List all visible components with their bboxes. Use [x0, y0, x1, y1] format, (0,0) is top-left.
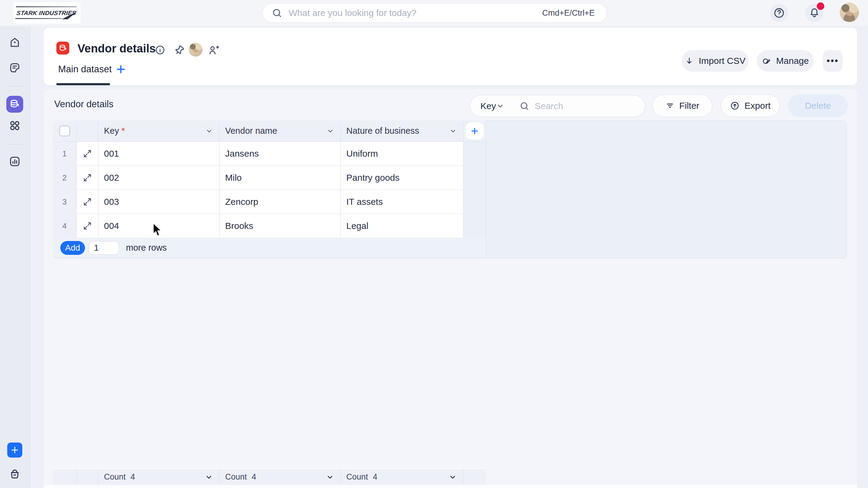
dataset-section: Vendor details Key Filter Export Delete: [44, 89, 857, 488]
cell-nature-of-business[interactable]: Pantry goods: [341, 166, 464, 190]
more-options-button[interactable]: •••: [823, 50, 843, 72]
cell-key[interactable]: 003: [98, 190, 220, 214]
export-button[interactable]: Export: [721, 94, 780, 117]
empty-cell: [464, 142, 486, 165]
sidebar-item-apps[interactable]: [8, 119, 21, 132]
delete-button[interactable]: Delete: [788, 94, 848, 117]
add-rows-suffix: more rows: [126, 243, 167, 253]
cell-vendor-name[interactable]: Jansens: [220, 142, 341, 165]
tab-main-dataset[interactable]: Main dataset: [58, 64, 112, 75]
logo-rule: [16, 6, 77, 7]
table-row: 4 004 Brooks Legal: [53, 214, 486, 238]
expand-row-button[interactable]: [77, 142, 98, 165]
count-label: Count: [104, 472, 126, 482]
select-all-cell: [53, 121, 77, 141]
add-rows-bar: Add more rows: [53, 238, 486, 257]
cell-vendor-name[interactable]: Brooks: [220, 214, 341, 238]
column-label: Nature of business: [346, 126, 419, 136]
table-container: Key* Vendor name Nature of business: [53, 121, 847, 258]
manage-button[interactable]: Manage: [757, 50, 814, 72]
chevron-down-icon: [449, 127, 457, 135]
add-rows-button[interactable]: Add: [60, 241, 85, 255]
table-summary-footer: Count4 Count4 Count4: [53, 468, 486, 485]
column-header-nature-of-business[interactable]: Nature of business: [341, 121, 464, 141]
count-pair: Count4: [104, 472, 135, 482]
sidebar-item-forms[interactable]: [9, 62, 21, 73]
column-header-vendor-name[interactable]: Vendor name: [220, 121, 341, 141]
chevron-down-icon: [496, 102, 504, 110]
footer-summary-key[interactable]: Count4: [98, 469, 220, 485]
apps-grid-icon: [8, 119, 21, 132]
footer-summary-vendor-name[interactable]: Count4: [220, 469, 341, 485]
count-pair: Count4: [346, 472, 377, 482]
filter-button[interactable]: Filter: [652, 94, 712, 117]
cell-nature-of-business[interactable]: Uniform: [341, 142, 464, 165]
dataset-app-icon: [56, 41, 69, 55]
add-column-cell: [464, 121, 486, 141]
sidebar-item-datasets-active[interactable]: [6, 96, 23, 113]
select-all-checkbox[interactable]: [59, 125, 70, 136]
notification-dot: [817, 2, 824, 10]
table-row: 1 001 Jansens Uniform: [53, 142, 486, 166]
sidebar-item-home[interactable]: [9, 37, 21, 48]
sidebar-divider: [7, 86, 23, 87]
sidebar-item-marketplace[interactable]: [8, 468, 21, 481]
count-value: 4: [373, 472, 377, 482]
cell-key[interactable]: 002: [98, 166, 220, 190]
bar-chart-icon: [9, 156, 21, 167]
add-rows-count-input[interactable]: [89, 241, 119, 255]
user-avatar[interactable]: [840, 3, 859, 22]
table-title: Vendor details: [54, 99, 113, 110]
column-header-key[interactable]: Key*: [98, 121, 220, 141]
count-pair: Count4: [225, 472, 256, 482]
pin-button[interactable]: [174, 44, 185, 56]
cell-vendor-name[interactable]: Milo: [220, 166, 341, 190]
required-marker: *: [121, 126, 125, 135]
table-search-field: [513, 101, 659, 111]
cell-vendor-name[interactable]: Zencorp: [220, 190, 341, 214]
expand-row-button[interactable]: [77, 190, 98, 214]
expand-row-button[interactable]: [77, 214, 98, 238]
sidebar: [0, 26, 30, 488]
global-search-input[interactable]: [289, 8, 542, 18]
database-export-icon: [9, 98, 21, 110]
shopping-bag-icon: [8, 468, 21, 481]
export-circle-arrow-icon: [730, 101, 740, 110]
active-nav-tile: [6, 96, 23, 113]
cell-nature-of-business[interactable]: IT assets: [341, 190, 464, 214]
notifications-button[interactable]: [805, 4, 824, 22]
expand-row-button[interactable]: [77, 166, 98, 190]
table-search-control: Key: [470, 95, 645, 117]
sidebar-item-analytics[interactable]: [9, 156, 21, 167]
add-tab-button[interactable]: [116, 64, 126, 75]
table-search-input[interactable]: [535, 101, 651, 111]
cell-nature-of-business[interactable]: Legal: [341, 214, 464, 238]
mouse-cursor: [152, 223, 162, 237]
expand-column-header: [77, 121, 98, 141]
logo-rule: [16, 18, 62, 19]
sidebar-add-app-button[interactable]: [7, 443, 22, 458]
plus-icon: [10, 446, 19, 455]
active-tab-indicator: [56, 83, 110, 85]
add-collaborator-button[interactable]: [208, 44, 219, 56]
add-column-button[interactable]: [466, 122, 484, 139]
footer-summary-nature-of-business[interactable]: Count4: [341, 469, 464, 485]
row-number: 3: [53, 190, 77, 214]
column-label: Key*: [104, 126, 125, 136]
collaborator-avatar[interactable]: [189, 43, 203, 57]
form-document-icon: [9, 62, 21, 73]
info-button[interactable]: [155, 44, 165, 56]
data-grid: Key* Vendor name Nature of business: [53, 121, 487, 257]
count-label: Count: [346, 472, 368, 482]
import-csv-button[interactable]: Import CSV: [682, 50, 749, 72]
search-column-selector[interactable]: Key: [470, 101, 513, 111]
global-search-bar[interactable]: Cmd+E/Ctrl+E: [262, 3, 607, 23]
help-button[interactable]: [770, 4, 788, 22]
stark-industries-logo[interactable]: STARK INDUSTRIES: [13, 2, 81, 24]
cell-key[interactable]: 001: [98, 142, 220, 165]
footer-spacer: [464, 469, 486, 485]
table-row: 3 003 Zencorp IT assets: [53, 190, 486, 214]
count-label: Count: [225, 472, 247, 482]
home-icon: [9, 37, 21, 48]
ellipsis-icon: •••: [827, 56, 839, 66]
